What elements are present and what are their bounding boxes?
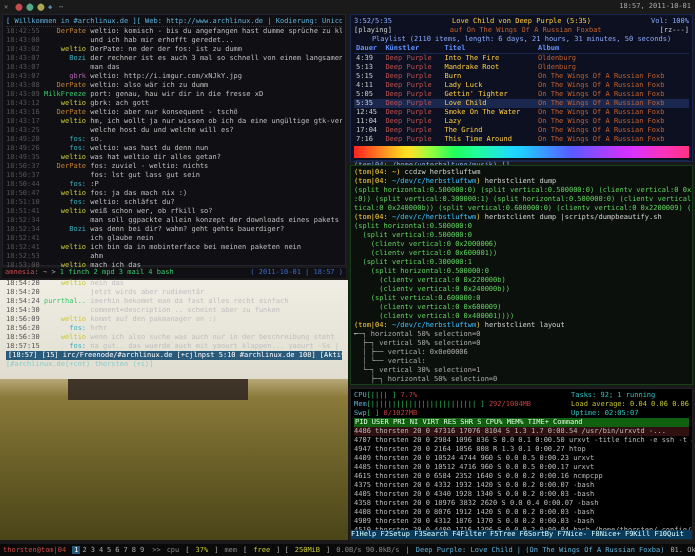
log-line: 18:43:08 DerPate weltio: also wär ich zu… <box>6 81 342 90</box>
col-art[interactable]: Künstler <box>383 44 442 54</box>
net-io: 0.0B/s 90.0kB/s <box>336 546 399 555</box>
zsh-user: amnesia <box>5 268 35 276</box>
irssi-input[interactable]: [#archlinux.de(+cnt) thorsten (+i)] <box>6 360 342 369</box>
htop-process-row[interactable]: 4409 thorsten 20 0 10524 4744 960 S 0.0 … <box>354 454 689 463</box>
col-tit[interactable]: Titel <box>442 44 536 54</box>
mem-label: mem <box>224 546 237 555</box>
shell-line: (split vertical:0.300000:1 <box>354 258 689 267</box>
playlist-row[interactable]: 5:05Deep PurpleGettin' TighterOn The Win… <box>354 90 689 99</box>
tray-icon[interactable]: ⋯ <box>59 3 66 10</box>
statusbar: thorsten@tom|04 123456789 >> cpu [37%] m… <box>0 544 695 556</box>
shell-line: (split vertical:0.500000:0 <box>354 231 689 240</box>
log-line: 18:57:15 fos: na gut.. das wuerde auch m… <box>6 342 342 351</box>
workspace-tag[interactable]: 4 <box>97 546 105 554</box>
log-line: 18:43:12 weltio gbrk: ach gott <box>6 99 342 108</box>
playlist-row[interactable]: 17:04Deep PurpleThe GrindOn The Wings Of… <box>354 126 689 135</box>
volume: Vol: 100% <box>651 17 689 26</box>
htop-fkeys[interactable]: F1Help F2Setup F3Search F4Filter F5Tree … <box>351 530 692 539</box>
workspace-tag[interactable]: 7 <box>122 546 130 554</box>
irssi-statusbar: [18:57] [15] irc/Freenode/#archlinux.de … <box>6 351 342 360</box>
shell-line: ╾─┐ horizontal 50% selection=0 <box>354 330 689 339</box>
mpd-status: Deep Purple: Love Child | (On The Wings … <box>416 546 665 555</box>
log-line: 18:43:07 gbrk weltio: http://i.imgur.com… <box>6 72 342 81</box>
htop-process-row[interactable]: 4947 thorsten 20 0 2164 1056 808 R 1.3 0… <box>354 445 689 454</box>
htop-process-row[interactable]: 4485 thorsten 20 0 10512 4716 960 S 0.0 … <box>354 463 689 472</box>
log-line: 18:43:00 und ich hab mir erhofft geredet… <box>6 36 342 45</box>
shell-line: ├─┐ horizontal 50% selection=0 <box>354 375 689 384</box>
playlist-row[interactable]: 11:04Deep PurpleLazyOn The Wings Of A Ru… <box>354 117 689 126</box>
shell-line: (tom|04: ~/dev/c/herbstluftwm) herbstcli… <box>354 177 689 186</box>
htop-process-row[interactable]: 4707 thorsten 20 0 2984 1096 836 S 0.0 0… <box>354 436 689 445</box>
log-line: 18:56:30 weltio wenn ich also suche was … <box>6 333 342 342</box>
album-line: auf On The Wings Of A Russian Foxbat <box>392 26 660 35</box>
log-line: 18:50:37 fos: lst gut lass gut sein <box>6 171 342 180</box>
playlist-row[interactable]: 7:16Deep PurpleThis Time AroundOn The Wi… <box>354 135 689 144</box>
shell-line: (split horizontal:0.500000:0) (split ver… <box>354 186 689 195</box>
shell-line: (split vertical:0.600000:0 <box>354 294 689 303</box>
tray-icon[interactable]: ✕ <box>4 3 11 10</box>
htop-process-row[interactable]: 4486 thorsten 20 0 47316 17076 8104 S 1.… <box>354 427 689 436</box>
log-line: 18:52:41 ich glaube nein <box>6 234 342 243</box>
shell-line: │ ├── vertical: 0x220000b <box>354 384 689 385</box>
zsh-date: ( 2011-10-01 | 18:57 ) <box>250 268 343 277</box>
cpu-label: cpu <box>167 546 180 555</box>
log-line: 18:43:07 man das <box>6 63 342 72</box>
log-line: 18:51:41 weltio weiß schon wer, ob rfkil… <box>6 207 342 216</box>
tray-icon[interactable]: ⬤ <box>26 3 33 10</box>
zsh-ps1: ~ > <box>43 268 56 276</box>
htop-uptime: Uptime: 02:05:07 <box>571 409 689 418</box>
tray-icon[interactable]: ◆ <box>48 3 55 10</box>
workspace-tag[interactable]: 6 <box>113 546 121 554</box>
swap-val: 250MiB <box>295 546 320 555</box>
zsh-jobs: 1 finch 2 mpd 3 mail 4 bash <box>60 268 174 276</box>
playlist-row[interactable]: 4:39Deep PurpleInto The FireOldenburg <box>354 54 689 64</box>
log-line: 18:49:26 fos: weltio: was hast du denn n… <box>6 144 342 153</box>
tray-icon[interactable]: ⬤ <box>15 3 22 10</box>
shell-line: (clientv vertical:0 0x400001)))) <box>354 312 689 321</box>
htop-meter: Mem[||||||||||||||||||||||||| ] 292/1004… <box>354 400 531 409</box>
log-line: 18:54:24 purrthal.. imerhin bekommt man … <box>6 297 342 306</box>
ncmpcpp-window[interactable]: 3:52/5:35 Love Child von Deep Purple (5:… <box>350 14 693 162</box>
shell-line: tical:0 0x240000b)) (split vertical:0.60… <box>354 204 689 213</box>
irssi-log: 18:42:55 DerPate weltio: komisch - bis d… <box>6 27 342 351</box>
playlist-row[interactable]: 5:13Deep PurpleMandrake RootOldenburg <box>354 63 689 72</box>
playlist-row[interactable]: 4:11Deep PurpleLady LuckOn The Wings Of … <box>354 81 689 90</box>
shell-line: (clientv vertical:0 0x220000b) <box>354 276 689 285</box>
irssi-terminal[interactable]: [ Willkommen in #archlinux.de ][ Web: ht… <box>2 14 346 266</box>
workspace-tag[interactable]: 3 <box>89 546 97 554</box>
playlist-table[interactable]: Dauer Künstler Titel Album 4:39Deep Purp… <box>354 44 689 144</box>
log-line: 18:52:41 weltio ich bin da in mobinterfa… <box>6 243 342 252</box>
flags: [rz---] <box>659 26 689 35</box>
shell-line: (clientv vertical:0 0x600001)) <box>354 249 689 258</box>
host: thorsten@tom|04 <box>3 546 66 555</box>
htop-process-row[interactable]: 4358 thorsten 20 0 18976 3832 2620 S 0.0… <box>354 499 689 508</box>
shell-line: (split horizontal:0.500000:0 <box>354 267 689 276</box>
shell-line: (clientv vertical:0 0x2000006) <box>354 240 689 249</box>
htop-tasks: Tasks: 92; 1 running <box>571 391 689 400</box>
col-alb[interactable]: Album <box>536 44 689 54</box>
htop-process-row[interactable]: 4375 thorsten 20 0 4332 1932 1420 S 0.0 … <box>354 481 689 490</box>
playlist-row[interactable]: 5:15Deep PurpleBurnOn The Wings Of A Rus… <box>354 72 689 81</box>
playlist-row[interactable]: 5:35Deep PurpleLove ChildOn The Wings Of… <box>354 99 689 108</box>
htop-process-row[interactable]: 4615 thorsten 20 0 6584 2352 1640 S 0.0 … <box>354 472 689 481</box>
workspace-tag[interactable]: 9 <box>138 546 146 554</box>
htop-process-row[interactable]: 4408 thorsten 20 0 8076 1912 1420 S 0.0 … <box>354 508 689 517</box>
playlist-row[interactable]: 12:45Deep PurpleSmoke On The WaterOn The… <box>354 108 689 117</box>
herbstclient-terminal[interactable]: (tom|04: ~) ccdzw herbstluftwm(tom|04: ~… <box>350 165 693 385</box>
spectrum-visualizer <box>354 146 689 158</box>
htop-load: Load average: 0.04 0.06 0.06 <box>571 400 689 409</box>
htop-process-row[interactable]: 4405 thorsten 20 0 4340 1928 1340 S 0.0 … <box>354 490 689 499</box>
htop-window[interactable]: CPU[|||| ] 7.7%Mem[|||||||||||||||||||||… <box>350 388 693 540</box>
tray-icon[interactable]: ⬤ <box>37 3 44 10</box>
workspace-tag[interactable]: 8 <box>130 546 138 554</box>
htop-header[interactable]: PID USER PRI NI VIRT RES SHR S CPU% MEM%… <box>354 418 689 427</box>
workspace-tags[interactable]: 123456789 <box>72 546 146 555</box>
workspace-tag[interactable]: 2 <box>80 546 88 554</box>
zsh-prompt[interactable]: amnesia: ~ > 1 finch 2 mpd 3 mail 4 bash… <box>2 268 346 278</box>
shell-line: (tom|04: ~/dev/c/herbstluftwm) herbstcli… <box>354 213 689 222</box>
shell-line: (clientv vertical:0 0x600009) <box>354 303 689 312</box>
irssi-topic: [ Willkommen in #archlinux.de ][ Web: ht… <box>6 17 342 27</box>
htop-process-row[interactable]: 4909 thorsten 20 0 4312 1876 1370 S 0.0 … <box>354 517 689 526</box>
col-dur[interactable]: Dauer <box>354 44 383 54</box>
htop-meter: Swp[ ] 0/1027MB <box>354 409 531 418</box>
